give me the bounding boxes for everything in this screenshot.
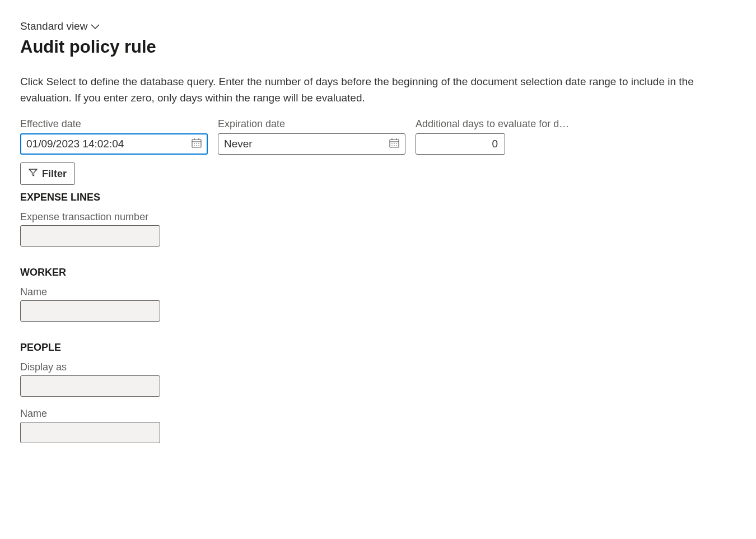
effective-date-input[interactable] — [20, 133, 208, 155]
page-title: Audit policy rule — [20, 37, 736, 57]
expense-transaction-number-field: Expense transaction number — [20, 211, 736, 247]
expense-lines-heading: EXPENSE LINES — [20, 192, 736, 203]
filter-icon — [29, 168, 38, 180]
view-selector-label: Standard view — [20, 20, 87, 32]
worker-name-field: Name — [20, 286, 736, 322]
page-description: Click Select to define the database quer… — [20, 74, 709, 106]
people-display-as-label: Display as — [20, 361, 736, 373]
people-name-field: Name — [20, 408, 736, 443]
view-selector[interactable]: Standard view — [20, 20, 100, 32]
expiration-date-input[interactable] — [218, 133, 405, 155]
worker-name-input[interactable] — [20, 300, 160, 322]
people-heading: PEOPLE — [20, 342, 736, 354]
worker-name-label: Name — [20, 286, 736, 298]
additional-days-input[interactable] — [416, 133, 505, 155]
date-field-row: Effective date Expiration date — [20, 118, 736, 155]
people-name-input[interactable] — [20, 422, 160, 443]
chevron-down-icon — [91, 20, 100, 32]
filter-button[interactable]: Filter — [20, 162, 75, 185]
effective-date-wrap — [20, 133, 208, 155]
worker-heading: WORKER — [20, 267, 736, 278]
effective-date-label: Effective date — [20, 118, 208, 130]
additional-days-label: Additional days to evaluate for d… — [416, 118, 569, 130]
expiration-date-wrap — [218, 133, 405, 155]
expiration-date-label: Expiration date — [218, 118, 405, 130]
expense-transaction-number-input[interactable] — [20, 225, 160, 247]
additional-days-group: Additional days to evaluate for d… — [416, 118, 569, 155]
people-display-as-field: Display as — [20, 361, 736, 397]
expense-transaction-number-label: Expense transaction number — [20, 211, 736, 223]
filter-button-label: Filter — [42, 168, 67, 180]
people-display-as-input[interactable] — [20, 375, 160, 397]
people-name-label: Name — [20, 408, 736, 420]
effective-date-group: Effective date — [20, 118, 208, 155]
expiration-date-group: Expiration date — [218, 118, 405, 155]
